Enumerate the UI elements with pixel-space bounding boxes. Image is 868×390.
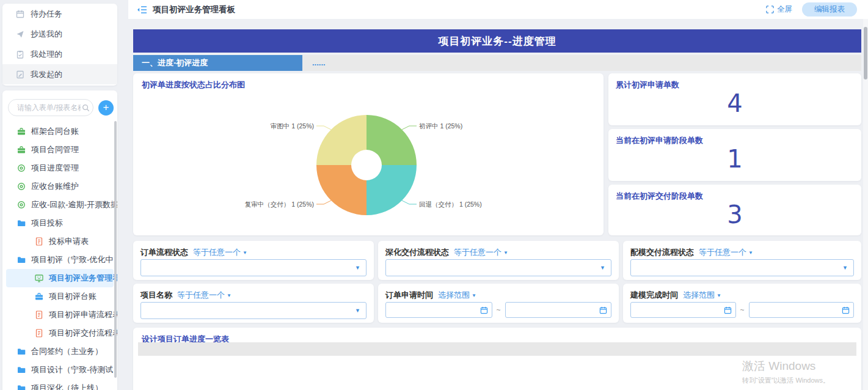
filter-modeling-finish-time: 建模完成时间选择范围▼ ~ (623, 284, 861, 323)
sidebar-item-started-by-me[interactable]: 我发起的 (2, 64, 117, 84)
folder-icon (17, 256, 26, 264)
calendar-icon[interactable] (599, 306, 607, 317)
chevron-down-icon: ▼ (355, 265, 360, 271)
target-icon (17, 164, 26, 172)
search-icon (82, 104, 90, 112)
folder-icon (17, 366, 26, 374)
sidebar-folder-project-preliminary-review[interactable]: 项目初评（宁致-优化中） (2, 251, 117, 269)
filter-op[interactable]: 等于任意一个▼ (193, 247, 247, 258)
filter-op[interactable]: 等于任意一个▼ (454, 247, 508, 258)
sidebar-item-label: 我处理的 (31, 49, 62, 60)
calendar-icon[interactable] (724, 306, 732, 317)
chevron-down-icon: ▼ (503, 250, 508, 256)
chevron-down-icon: ▼ (243, 250, 247, 256)
clipboard-check-icon (16, 50, 24, 59)
filter-project-name: 项目名称等于任意一个▼ ▼ (133, 284, 374, 323)
sidebar-item-label: 待办任务 (31, 9, 62, 20)
sidebar-folder-contract-signing[interactable]: 合同签约（主业务） (2, 342, 117, 361)
dashboard-banner: 项目初评业务--进度管理 (133, 29, 861, 53)
fullscreen-button[interactable]: 全屏 (766, 4, 792, 15)
document-icon (35, 329, 43, 337)
stat-card-in-application-stage: 当前在初评申请阶段单数 1 (608, 129, 861, 181)
tab-strip: 一、进度-初评进度 ...... (133, 55, 861, 71)
sidebar-item-project-progress-mgmt[interactable]: 项目进度管理 (2, 159, 117, 177)
stat-value: 4 (608, 89, 861, 117)
quick-tasks-card: 待办任务 抄送我的 我处理的 我发起的 (2, 4, 117, 86)
add-form-button[interactable]: + (98, 100, 114, 116)
stat-card-total-applications: 累计初评申请单数 4 (608, 73, 861, 125)
dashboard-app: 待办任务 抄送我的 我处理的 我发起的 + (0, 0, 868, 390)
sidebar-item-todo[interactable]: 待办任务 (2, 4, 117, 24)
tab-progress[interactable]: 一、进度-初评进度 (133, 55, 302, 71)
sidebar-item-preliminary-review-ledger[interactable]: 项目初评台账 (2, 287, 117, 306)
sidebar-item-preliminary-review-delivery-form[interactable]: 项目初评交付流程表单 (2, 324, 117, 342)
project-name-select[interactable]: ▼ (140, 302, 367, 319)
collapse-sidebar-icon[interactable] (137, 6, 147, 14)
edit-report-button[interactable]: 编辑报表 (802, 2, 857, 17)
sidebar-folder-project-design[interactable]: 项目设计（宁致-待测试） (2, 361, 117, 379)
sidebar-scrollbar[interactable] (114, 121, 117, 378)
page-title: 项目初评业务管理看板 (153, 4, 235, 15)
sidebar-item-cc-me[interactable]: 抄送我的 (2, 24, 117, 44)
filter-op[interactable]: 选择范围▼ (438, 290, 476, 301)
deepen-delivery-status-select[interactable]: ▼ (385, 259, 611, 276)
pie-slice (367, 165, 417, 215)
chevron-down-icon: ▼ (842, 265, 848, 271)
sidebar-item-preliminary-review-dashboard[interactable]: 项目初评业务管理看板 (6, 269, 114, 287)
sidebar-item-label: 抄送我的 (31, 29, 62, 40)
mold-delivery-status-select[interactable]: ▼ (630, 259, 854, 276)
pie-label: 复审中（交付） 1 (25%) (245, 201, 314, 208)
topbar: 项目初评业务管理看板 全屏 编辑报表 (128, 0, 868, 19)
pie-label: 初评中 1 (25%) (418, 122, 462, 130)
briefcase-icon (17, 127, 26, 136)
tab-more[interactable]: ...... (302, 55, 326, 71)
stat-card-in-delivery-stage: 当前在初评交付阶段单数 3 (608, 185, 861, 235)
filter-deepen-delivery-status: 深化交付流程状态等于任意一个▼ ▼ (378, 241, 619, 280)
order-status-select[interactable]: ▼ (140, 259, 367, 276)
dashboard-icon (35, 274, 43, 282)
calendar-icon (16, 10, 24, 18)
filter-label: 建模完成时间 (630, 290, 678, 301)
pie-chart-card: 初评单进度按状态占比分布图 初评中 1 (25%) 回退（交付） 1 (25%)… (133, 73, 604, 235)
order-apply-date-start-input[interactable] (385, 302, 492, 318)
filter-label: 订单申请时间 (385, 290, 433, 301)
sidebar-item-receivable-ledger[interactable]: 应收台账维护 (2, 177, 117, 196)
modeling-finish-date-end-input[interactable] (749, 302, 855, 318)
chevron-down-icon: ▼ (227, 293, 232, 298)
filter-label: 配模交付流程状态 (630, 247, 694, 258)
calendar-icon[interactable] (480, 306, 488, 317)
sidebar-item-handled-by-me[interactable]: 我处理的 (2, 44, 117, 64)
sidebar-item-project-contract-mgmt[interactable]: 项目合同管理 (2, 141, 117, 159)
search-input[interactable] (16, 103, 82, 112)
modeling-finish-date-start-input[interactable] (630, 302, 736, 318)
orders-table-card: 设计项目订单进度一览表 (133, 328, 861, 390)
pie-slice (367, 115, 417, 165)
filter-op[interactable]: 等于任意一个▼ (699, 247, 753, 258)
document-icon (35, 237, 43, 246)
filter-mold-delivery-status: 配模交付流程状态等于任意一个▼ ▼ (623, 241, 861, 280)
filter-order-apply-time: 订单申请时间选择范围▼ ~ (378, 284, 619, 323)
sidebar-item-bid-application-form[interactable]: 投标申请表 (2, 232, 117, 251)
label-connector (402, 201, 417, 204)
scrollbar-thumb[interactable] (864, 27, 867, 79)
chevron-down-icon: ▼ (748, 250, 753, 256)
sidebar-folder-project-bidding[interactable]: 项目投标 (2, 214, 117, 232)
form-search-row: + (2, 90, 117, 122)
chevron-down-icon: ▼ (717, 293, 721, 298)
target-icon (17, 182, 26, 191)
sidebar-item-frame-contract-ledger[interactable]: 框架合同台账 (2, 122, 117, 141)
order-apply-date-end-input[interactable] (505, 302, 612, 318)
sidebar-folder-clipped[interactable]: 项目深化（待上线） (2, 379, 117, 390)
filter-op[interactable]: 等于任意一个▼ (177, 290, 232, 301)
page-scrollbar[interactable] (863, 19, 868, 390)
sidebar-item-label: 我发起的 (31, 69, 62, 80)
filter-label: 项目名称 (140, 290, 172, 301)
calendar-icon[interactable] (842, 306, 850, 317)
stat-value: 3 (608, 201, 861, 229)
sidebar-item-preliminary-review-apply-form[interactable]: 项目初评申请流程表单 (2, 306, 117, 324)
date-range-separator: ~ (497, 306, 501, 314)
briefcase-icon (35, 292, 43, 301)
sidebar-item-receivable-invoice-data[interactable]: 应收-回款-逾期-开票数据 (2, 196, 117, 214)
filter-op[interactable]: 选择范围▼ (683, 290, 721, 301)
label-connector (316, 126, 331, 130)
